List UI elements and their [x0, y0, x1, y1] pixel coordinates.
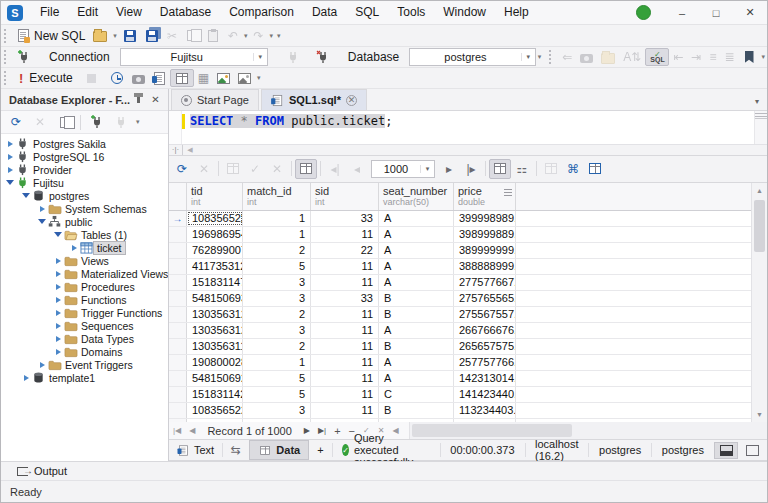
execute-toolbar-options-arrow[interactable]: ▾	[255, 74, 263, 82]
table-row[interactable]: 411735312511A388888999...	[169, 259, 751, 275]
maximize-button[interactable]: □	[699, 1, 733, 24]
cell-tid[interactable]: 1303563129	[187, 307, 243, 322]
row-indicator[interactable]	[169, 323, 187, 338]
expand-arrow-icon[interactable]	[37, 362, 47, 368]
search-in-grid-button[interactable]: ⌘	[562, 159, 584, 179]
tree-item-postgres-sakila[interactable]: Postgres Sakila	[1, 137, 168, 150]
splitter-handle-icon[interactable]	[755, 111, 767, 119]
cell-sid[interactable]: 11	[311, 355, 379, 370]
grid-view-button[interactable]	[489, 159, 511, 179]
browse-button[interactable]	[597, 48, 619, 66]
cut-button[interactable]: ✂	[163, 27, 181, 45]
cell-tid[interactable]: 411735312	[187, 259, 243, 274]
editor-horizontal-scrollbar[interactable]: ·|· ◀	[169, 144, 767, 156]
connect-button-2[interactable]	[110, 112, 132, 132]
sql-toolbar-options-arrow[interactable]: ▾	[760, 53, 768, 61]
duplicate-window-button[interactable]	[53, 112, 75, 132]
row-indicator[interactable]	[169, 275, 187, 290]
tree-item-ticket[interactable]: ticket	[1, 241, 168, 254]
results-grid[interactable]: tidintmatch_idintsidintseat_numbervarcha…	[169, 183, 751, 423]
swap-panes-button[interactable]: ⇆	[223, 440, 249, 460]
grid-horizontal-scrollbar[interactable]	[409, 422, 767, 439]
menu-view[interactable]: View	[107, 1, 151, 24]
new-connection-button[interactable]	[13, 48, 35, 66]
cell-match_id[interactable]: 3	[243, 275, 311, 290]
scroll-left-icon[interactable]: ◀	[183, 146, 197, 154]
collapse-arrow-icon[interactable]	[21, 193, 31, 198]
cell-match_id[interactable]: 3	[243, 323, 311, 338]
cell-sid[interactable]: 11	[311, 323, 379, 338]
page-size-dropdown-arrow[interactable]: ▾	[420, 165, 434, 173]
table-row[interactable]: 1908000285111A257757766...	[169, 355, 751, 371]
cell-tid[interactable]: 1083565225	[187, 403, 243, 418]
output-panel-tab[interactable]: Output	[1, 461, 767, 480]
row-indicator[interactable]	[169, 403, 187, 418]
tab-data[interactable]: Data	[249, 440, 309, 460]
row-indicator[interactable]	[169, 371, 187, 386]
expand-arrow-icon[interactable]	[69, 245, 79, 251]
last-record-button[interactable]: ▶|	[314, 426, 330, 435]
cell-sid[interactable]: 11	[311, 259, 379, 274]
tab-close-icon[interactable]: ✕	[346, 95, 357, 106]
chart-button[interactable]	[234, 69, 255, 87]
increase-indent-button[interactable]: ⇥	[687, 48, 705, 66]
menu-file[interactable]: File	[31, 1, 68, 24]
page-size-combobox[interactable]: 1000 ▾	[371, 160, 435, 178]
last-page-button[interactable]: |▸	[460, 159, 482, 179]
expand-arrow-icon[interactable]	[53, 258, 63, 264]
minimize-button[interactable]: –	[665, 1, 699, 24]
close-button[interactable]: ✕	[733, 1, 767, 24]
column-header-sid[interactable]: sidint	[311, 183, 379, 210]
menu-sql[interactable]: SQL	[346, 1, 388, 24]
cell-sid[interactable]: 11	[311, 387, 379, 402]
cell-match_id[interactable]: 2	[243, 339, 311, 354]
tab-list-dropdown-arrow[interactable]: ▾	[755, 97, 767, 110]
connect-button[interactable]	[282, 48, 304, 66]
cancel-refresh-button[interactable]: ✕	[193, 159, 215, 179]
cell-price[interactable]: 141423440...	[454, 387, 516, 402]
scrollbar-track[interactable]	[752, 198, 767, 408]
grid-vertical-scrollbar[interactable]: ▲ ▼	[751, 183, 767, 423]
tree-item-template1[interactable]: template1	[1, 371, 168, 384]
append-record-button[interactable]: +	[330, 425, 344, 437]
table-row[interactable]: 1303563122311A266766676...	[169, 323, 751, 339]
snippet-button[interactable]	[576, 48, 597, 66]
menu-database[interactable]: Database	[151, 1, 220, 24]
cell-price[interactable]: 399998989...	[454, 211, 516, 226]
database-combobox[interactable]: postgres ▾	[409, 48, 535, 66]
tab-start-page[interactable]: Start Page	[171, 89, 259, 110]
execute-button[interactable]: ! Execute	[13, 69, 77, 87]
editor-vertical-scrollbar[interactable]	[754, 111, 767, 144]
apply-changes-button[interactable]	[222, 159, 244, 179]
results-pane-toggle-button[interactable]	[170, 69, 194, 87]
validate-sql-button[interactable]: SQL	[645, 48, 669, 66]
cell-seat_number[interactable]: A	[379, 227, 454, 242]
cell-match_id[interactable]: 3	[243, 291, 311, 306]
row-indicator[interactable]: →	[169, 211, 187, 226]
previous-record-button[interactable]: ◀	[185, 426, 199, 435]
toolbar-grip[interactable]	[4, 50, 9, 64]
cell-price[interactable]: 257757766...	[454, 355, 516, 370]
cell-sid[interactable]: 11	[311, 307, 379, 322]
row-indicator[interactable]	[169, 259, 187, 274]
menu-tools[interactable]: Tools	[388, 1, 434, 24]
query-profiler-button[interactable]	[128, 69, 149, 87]
expand-arrow-icon[interactable]	[53, 284, 63, 290]
menu-help[interactable]: Help	[495, 1, 538, 24]
table-row[interactable]: 548150693333B275765565...	[169, 291, 751, 307]
row-indicator[interactable]	[169, 307, 187, 322]
expand-arrow-icon[interactable]	[53, 336, 63, 342]
table-row[interactable]: 1083565225311B113234403...	[169, 403, 751, 419]
column-header-price[interactable]: pricedouble	[454, 183, 516, 210]
tree-item-domains[interactable]: Domains	[1, 345, 168, 358]
cell-price[interactable]: 265657575...	[454, 339, 516, 354]
format-button[interactable]: ≡	[705, 48, 720, 66]
cell-price[interactable]: 275567557...	[454, 307, 516, 322]
close-panel-button[interactable]: ✕	[147, 92, 164, 108]
next-page-button[interactable]: ▸	[438, 159, 460, 179]
cell-tid[interactable]: 1518311470	[187, 275, 243, 290]
expand-arrow-icon[interactable]	[5, 141, 15, 147]
cell-seat_number[interactable]: B	[379, 291, 454, 306]
export-grid-button[interactable]	[584, 159, 606, 179]
cell-seat_number[interactable]: A	[379, 211, 454, 226]
